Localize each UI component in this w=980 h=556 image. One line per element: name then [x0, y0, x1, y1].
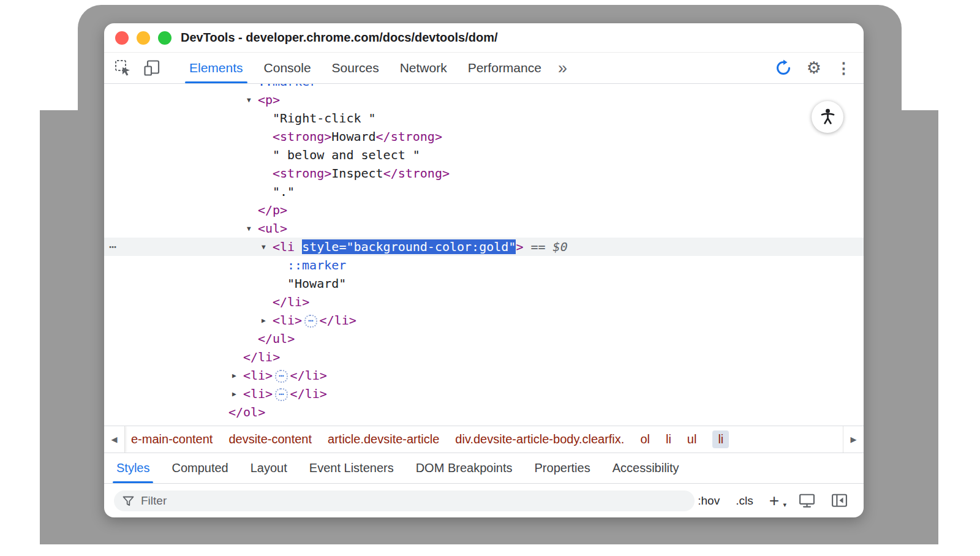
pseudo-element-label: ::marker — [287, 258, 346, 272]
dom-tree-row[interactable]: ▼<p> — [104, 91, 864, 109]
new-style-rule-button[interactable]: +▾ — [769, 494, 783, 508]
dom-tree-row[interactable]: </p> — [104, 201, 864, 219]
text-node: "." — [273, 184, 295, 199]
filter-funnel-icon — [123, 496, 134, 509]
tag-token: </li> — [320, 313, 356, 328]
tag-token: <li> — [243, 386, 273, 401]
breadcrumb-item-ul[interactable]: ul — [687, 432, 697, 446]
rendering-emulations-icon[interactable] — [799, 493, 815, 508]
traffic-lights — [115, 31, 172, 45]
dropdown-caret-icon: ▾ — [783, 498, 786, 511]
tag-token: <li> — [243, 368, 273, 383]
tag-token: </strong> — [383, 166, 450, 181]
panel-tab-styles[interactable]: Styles — [105, 453, 160, 483]
inspect-element-icon[interactable] — [114, 59, 132, 77]
panel-tab-computed[interactable]: Computed — [160, 453, 239, 483]
equals-token: == — [523, 239, 552, 254]
selected-attribute[interactable]: style="background-color:gold" — [302, 239, 516, 254]
collapse-arrow-icon[interactable]: ▼ — [262, 238, 273, 257]
minimize-window-button[interactable] — [137, 31, 150, 45]
dom-tree-row[interactable]: </li> — [104, 293, 864, 311]
tag-token: </li> — [290, 368, 327, 383]
toggle-pseudo-state-button[interactable]: :hov — [698, 494, 720, 508]
tag-token: </li> — [243, 350, 280, 364]
expand-arrow-icon[interactable]: ▶ — [262, 312, 273, 330]
zoom-window-button[interactable] — [158, 31, 172, 45]
breadcrumb-item-ol[interactable]: ol — [640, 432, 650, 446]
dom-tree-row[interactable]: </ol> — [104, 403, 864, 421]
toolbar-right-icons: ⚙ ⋮ — [775, 59, 854, 77]
dom-tree-row[interactable]: ▶<li>⋯</li> — [104, 385, 864, 403]
dom-tree-row[interactable]: </ul> — [104, 329, 864, 348]
tab-elements[interactable]: Elements — [179, 53, 254, 83]
text-node: "Right-click " — [273, 111, 376, 126]
dom-tree-row[interactable]: ::marker — [104, 256, 864, 274]
styles-toolbar-right: :hov .cls +▾ — [698, 493, 854, 508]
panel-tab-layout[interactable]: Layout — [239, 453, 298, 483]
breadcrumb-item-e-main-content[interactable]: e-main-content — [131, 432, 213, 446]
breadcrumb-item-article-devsite-article[interactable]: article.devsite-article — [328, 432, 439, 446]
panel-tab-accessibility[interactable]: Accessibility — [601, 453, 690, 483]
dom-tree-row[interactable]: ::marker — [104, 84, 864, 91]
person-icon — [820, 108, 836, 127]
text-node: "Howard" — [287, 276, 346, 291]
expand-arrow-icon[interactable]: ▶ — [232, 367, 243, 385]
style-filter — [114, 490, 695, 511]
breadcrumb-item-devsite-content[interactable]: devsite-content — [228, 432, 312, 446]
dom-tree-row[interactable]: ▶<li>⋯</li> — [104, 311, 864, 329]
expand-arrow-icon[interactable]: ▶ — [232, 385, 243, 404]
kebab-menu-icon[interactable]: ⋮ — [836, 61, 851, 76]
dom-tree-row[interactable]: "." — [104, 182, 864, 201]
collapsed-content-button[interactable]: ⋯ — [275, 370, 287, 383]
text-node: " below and select " — [273, 148, 420, 162]
page: { "window": { "title": "DevTools - devel… — [0, 0, 980, 556]
accessibility-overlay-button[interactable] — [812, 101, 843, 133]
row-overflow-menu[interactable]: ⋯ — [109, 238, 116, 256]
dom-tree-row[interactable]: </li> — [104, 348, 864, 366]
tab-sources[interactable]: Sources — [322, 53, 390, 83]
breadcrumb-scroll-right-button[interactable]: ▶ — [843, 426, 864, 453]
panel-tab-dom-breakpoints[interactable]: DOM Breakpoints — [405, 453, 524, 483]
breadcrumb-item-div-devsite-article-body-clearfix[interactable]: div.devsite-article-body.clearfix. — [455, 432, 624, 446]
collapse-arrow-icon[interactable]: ▼ — [247, 91, 258, 110]
tab-console[interactable]: Console — [254, 53, 322, 83]
dom-tree-row[interactable]: <strong>Inspect</strong> — [104, 164, 864, 182]
dom-tree-row[interactable]: "Howard" — [104, 274, 864, 293]
dom-tree-row[interactable]: " below and select " — [104, 146, 864, 164]
pseudo-element-label: ::marker — [258, 84, 317, 89]
tab-network[interactable]: Network — [390, 53, 458, 83]
devtools-main-tabs: ElementsConsoleSourcesNetworkPerformance — [179, 53, 552, 83]
panel-tab-event-listeners[interactable]: Event Listeners — [298, 453, 405, 483]
panel-tab-properties[interactable]: Properties — [524, 453, 601, 483]
dom-tree-row[interactable]: <strong>Howard</strong> — [104, 127, 864, 146]
toggle-element-classes-button[interactable]: .cls — [736, 494, 753, 508]
styles-toolbar: :hov .cls +▾ — [104, 484, 864, 517]
devtools-toolbar: ElementsConsoleSourcesNetworkPerformance… — [104, 53, 864, 84]
toggle-sidebar-icon[interactable] — [831, 493, 848, 508]
tag-token: </strong> — [376, 129, 442, 144]
collapsed-content-button[interactable]: ⋯ — [304, 315, 317, 328]
tag-token: </p> — [258, 203, 287, 217]
breadcrumb-item-li[interactable]: li — [712, 430, 729, 448]
more-tabs-button[interactable]: » — [552, 53, 573, 83]
breadcrumb: e-main-contentdevsite-contentarticle.dev… — [104, 430, 734, 448]
sync-icon[interactable] — [775, 59, 792, 77]
tag-token: > — [516, 239, 523, 254]
collapsed-content-button[interactable]: ⋯ — [275, 388, 287, 401]
dom-tree-row[interactable]: ▶<li>⋯</li> — [104, 366, 864, 385]
dom-tree-row[interactable]: "Right-click " — [104, 109, 864, 127]
tab-performance[interactable]: Performance — [458, 53, 552, 83]
collapse-arrow-icon[interactable]: ▼ — [247, 220, 258, 238]
breadcrumb-scroll-left-button[interactable]: ◀ — [104, 426, 125, 453]
sidebar-panel-tabs: StylesComputedLayoutEvent ListenersDOM B… — [104, 453, 864, 484]
text-node: Inspect — [331, 166, 383, 181]
dom-tree-row[interactable]: ▼<ul> — [104, 219, 864, 238]
tag-token: <li> — [273, 313, 302, 328]
settings-gear-icon[interactable]: ⚙ — [807, 60, 821, 77]
dom-tree-row[interactable]: ⋯▼<li style="background-color:gold"> == … — [104, 238, 864, 256]
breadcrumb-item-li[interactable]: li — [666, 432, 671, 446]
device-toolbar-icon[interactable] — [143, 59, 162, 77]
close-window-button[interactable] — [115, 31, 129, 45]
tag-token: <li — [273, 239, 302, 254]
filter-input[interactable] — [114, 490, 695, 511]
